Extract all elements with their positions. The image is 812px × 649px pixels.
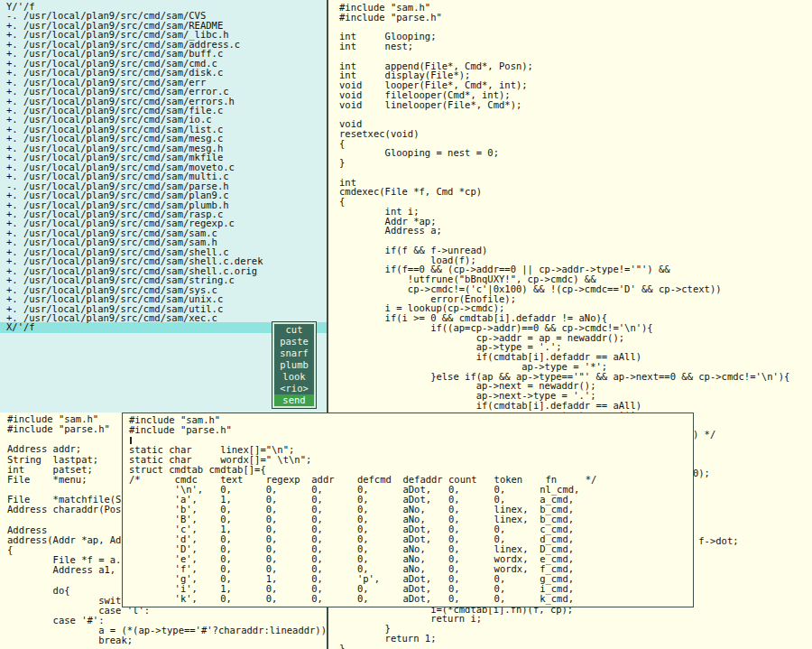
cmd-c-text[interactable]: #include "sam.h" #include "parse.h" stat… xyxy=(123,413,693,604)
text-caret xyxy=(130,437,132,444)
menu-item-cut[interactable]: cut xyxy=(274,324,314,336)
menu-item-look[interactable]: look xyxy=(274,371,314,383)
menu-item-send[interactable]: send xyxy=(274,394,314,406)
plan9-sam-desktop: Y/'/f -. /usr/local/plan9/src/cmd/sam/CV… xyxy=(0,0,812,649)
menu-item-snarf[interactable]: snarf xyxy=(274,348,314,359)
rio-context-menu: cut paste snarf plumb look <rio> send xyxy=(272,322,316,408)
menu-item-rio[interactable]: <rio> xyxy=(274,383,314,394)
menu-item-plumb[interactable]: plumb xyxy=(274,359,314,371)
menu-item-paste[interactable]: paste xyxy=(274,336,314,348)
cmd-c-overlay-window: #include "sam.h" #include "parse.h" stat… xyxy=(122,413,694,607)
file-list-text[interactable]: -. /usr/local/plan9/src/cmd/sam/CVS +. /… xyxy=(0,11,327,322)
